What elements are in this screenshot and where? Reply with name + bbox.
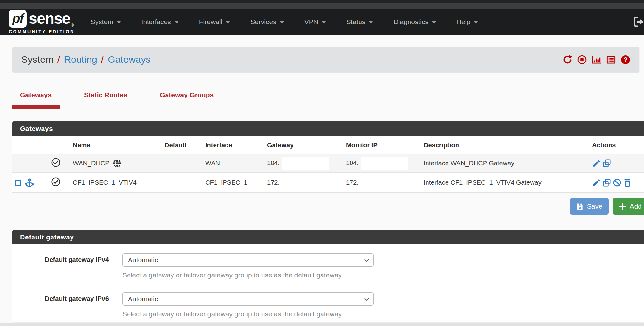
copy-icon[interactable] — [602, 178, 611, 187]
globe-icon — [112, 159, 122, 168]
column-actions: Actions — [590, 136, 644, 154]
nav-firewall-label: Firewall — [199, 18, 222, 26]
chevron-down-icon — [369, 21, 373, 23]
log-icon[interactable] — [606, 55, 616, 65]
default-gateway-ipv6-label: Default gateway IPv6 — [12, 292, 109, 318]
chevron-down-icon — [432, 21, 436, 23]
chevron-down-icon — [322, 21, 326, 23]
default-gateway-panel-title: Default gateway — [12, 230, 644, 244]
nav-help-label: Help — [457, 18, 470, 26]
nav-help[interactable]: Help — [446, 9, 488, 35]
gateways-panel-title: Gateways — [12, 121, 644, 136]
chevron-down-icon — [364, 298, 369, 301]
nav-services-label: Services — [250, 18, 276, 26]
disable-icon[interactable] — [613, 178, 621, 187]
svg-text:?: ? — [624, 56, 628, 63]
tab-static-routes[interactable]: Static Routes — [76, 87, 136, 105]
help-icon[interactable]: ? — [620, 55, 630, 65]
save-button[interactable]: Save — [570, 198, 609, 215]
top-navbar: pf sense ® COMMUNITY EDITION System Inte… — [0, 9, 644, 35]
breadcrumb: System / Routing / Gateways ? — [12, 47, 639, 72]
chevron-down-icon — [364, 259, 369, 262]
gateway-name: WAN_DHCP — [73, 160, 110, 167]
row-checkbox[interactable] — [15, 180, 21, 186]
form-actions: Save Add — [0, 198, 644, 215]
copy-icon[interactable] — [602, 159, 611, 168]
edit-icon[interactable] — [592, 159, 601, 168]
selected-value: Automatic — [128, 256, 158, 264]
column-interface: Interface — [203, 136, 264, 154]
brand-name: sense — [29, 11, 70, 26]
column-default: Default — [162, 136, 203, 154]
routing-tabs: Gateways Static Routes Gateway Groups — [12, 87, 644, 109]
sign-out-icon[interactable] — [632, 15, 644, 28]
gateway-monitor-ip: 104. — [343, 154, 421, 173]
table-row: CF1_IPSEC_1_VTIV4 CF1_IPSEC_1 172. 172. … — [12, 173, 644, 193]
column-markers — [12, 136, 44, 154]
chevron-down-icon — [280, 21, 284, 23]
breadcrumb-separator: / — [97, 54, 108, 65]
nav-interfaces[interactable]: Interfaces — [131, 9, 189, 35]
tab-gateways[interactable]: Gateways — [12, 87, 60, 109]
field-help-text: Select a gateway or failover gateway gro… — [122, 271, 374, 279]
gateway-address: 172. — [264, 173, 343, 193]
chevron-down-icon — [226, 21, 230, 23]
nav-system-label: System — [91, 18, 113, 26]
window-title-strip — [0, 3, 644, 9]
nav-status-label: Status — [346, 18, 366, 26]
chevron-down-icon — [117, 21, 121, 23]
column-name: Name — [67, 136, 162, 154]
nav-firewall[interactable]: Firewall — [189, 9, 240, 35]
registered-mark: ® — [71, 23, 74, 28]
pfsense-logo[interactable]: pf sense ® COMMUNITY EDITION — [9, 10, 75, 34]
nav-services[interactable]: Services — [240, 9, 294, 35]
redacted-value — [282, 157, 329, 170]
gateway-default — [162, 154, 203, 173]
default-gateway-ipv4-select[interactable]: Automatic — [122, 253, 374, 267]
gateway-address: 104. — [264, 154, 343, 173]
edit-icon[interactable] — [592, 178, 601, 187]
breadcrumb-link-gateways[interactable]: Gateways — [108, 54, 150, 65]
default-gateway-panel: Default gateway Default gateway IPv4 Aut… — [12, 230, 644, 322]
nav-status[interactable]: Status — [336, 9, 383, 35]
refresh-icon[interactable] — [562, 55, 572, 65]
column-gateway: Gateway — [264, 136, 343, 154]
redacted-value — [361, 157, 408, 170]
add-button[interactable]: Add — [613, 198, 644, 215]
nav-vpn[interactable]: VPN — [294, 9, 336, 35]
gateway-description: Interface CF1_IPSEC_1_VTIV4 Gateway — [421, 173, 590, 193]
default-gateway-ipv6-row: Default gateway IPv6 Automatic Select a … — [12, 284, 644, 322]
gateway-monitor-ip: 172. — [343, 173, 421, 193]
table-row: WAN_DHCP WAN 104. 104. Interface WAN_DHC… — [12, 154, 644, 173]
save-icon — [576, 203, 583, 210]
stop-icon[interactable] — [577, 55, 587, 65]
default-gateway-ipv4-label: Default gateway IPv4 — [12, 253, 109, 279]
default-gateway-ipv4-row: Default gateway IPv4 Automatic Select a … — [12, 244, 644, 284]
nav-diagnostics-label: Diagnostics — [393, 18, 428, 26]
chart-icon[interactable] — [591, 55, 601, 65]
gateway-description: Interface WAN_DHCP Gateway — [421, 154, 590, 173]
gateway-name: CF1_IPSEC_1_VTIV4 — [73, 179, 137, 186]
table-header-row: Name Default Interface Gateway Monitor I… — [12, 136, 644, 154]
window-top-strip — [0, 0, 644, 3]
gateway-interface: CF1_IPSEC_1 — [203, 173, 264, 193]
gateways-panel: Gateways Name Default Interface Gateway … — [12, 121, 644, 193]
anchor-icon — [24, 178, 34, 188]
nav-system[interactable]: System — [81, 9, 131, 35]
nav-diagnostics[interactable]: Diagnostics — [383, 9, 446, 35]
breadcrumb-link-routing[interactable]: Routing — [64, 54, 97, 65]
gateway-interface: WAN — [203, 154, 264, 173]
gateway-default — [162, 173, 203, 193]
tab-gateway-groups[interactable]: Gateway Groups — [151, 87, 222, 105]
pf-logo-mark: pf — [9, 10, 27, 28]
field-help-text: Select a gateway or failover gateway gro… — [122, 310, 374, 318]
column-status — [44, 136, 67, 154]
delete-icon[interactable] — [623, 178, 632, 187]
pfsense-app: pf sense ® COMMUNITY EDITION System Inte… — [0, 0, 644, 326]
nav-interfaces-label: Interfaces — [141, 18, 171, 26]
save-button-label: Save — [587, 202, 602, 210]
page-bottom-strip — [0, 323, 644, 326]
default-gateway-ipv6-select[interactable]: Automatic — [122, 292, 374, 306]
page-action-icons: ? — [562, 55, 630, 65]
status-online-icon — [51, 177, 61, 187]
